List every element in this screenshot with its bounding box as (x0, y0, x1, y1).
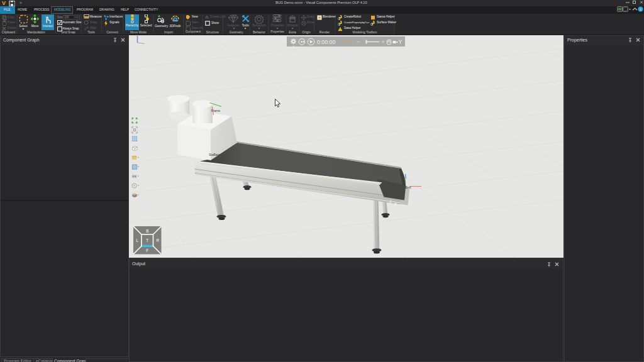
svg-text:T: T (146, 238, 148, 243)
svg-text:3Dfindit: 3Dfindit (172, 19, 179, 22)
svg-text:F: F (146, 248, 148, 253)
svg-text:StaBase: StaBase (209, 153, 221, 156)
svg-text:L: L (136, 238, 139, 243)
svg-text:R: R (156, 238, 159, 243)
svg-text:× 0.08: × 0.08 (343, 40, 352, 43)
svg-text:B: B (146, 229, 148, 233)
svg-text:Frame: Frame (211, 109, 221, 112)
svg-text:!: ! (340, 28, 340, 31)
svg-text:0:00:00: 0:00:00 (317, 39, 335, 45)
svg-text:End: End (406, 185, 411, 189)
